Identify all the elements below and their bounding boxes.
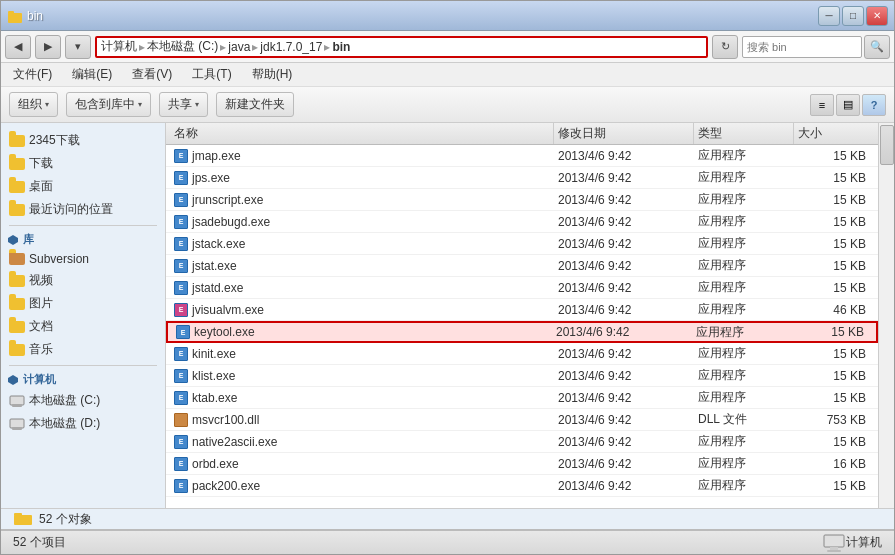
search-input[interactable] (742, 36, 862, 58)
table-row[interactable]: E kinit.exe 2013/4/6 9:42 应用程序 15 KB (166, 343, 878, 365)
title-bar-left: bin (7, 8, 43, 24)
sidebar-section-library: 库 (7, 232, 165, 247)
folder-icon (9, 253, 25, 265)
table-row[interactable]: E klist.exe 2013/4/6 9:42 应用程序 15 KB (166, 365, 878, 387)
exe-icon: E (174, 391, 188, 405)
exe-icon: E (174, 215, 188, 229)
menu-file[interactable]: 文件(F) (9, 64, 56, 85)
file-size: 15 KB (794, 391, 874, 405)
view-list-button[interactable]: ≡ (810, 94, 834, 116)
forward-button[interactable]: ▶ (35, 35, 61, 59)
table-row[interactable]: E jps.exe 2013/4/6 9:42 应用程序 15 KB (166, 167, 878, 189)
sidebar-item-desktop[interactable]: 桌面 (1, 175, 165, 198)
col-header-name[interactable]: 名称 (170, 123, 554, 144)
breadcrumb-drive[interactable]: 本地磁盘 (C:) (147, 38, 218, 55)
col-header-type[interactable]: 类型 (694, 123, 794, 144)
sidebar-item-recent[interactable]: 最近访问的位置 (1, 198, 165, 221)
file-type: 应用程序 (694, 389, 794, 406)
organize-button[interactable]: 组织 ▾ (9, 92, 58, 117)
file-type: 应用程序 (694, 301, 794, 318)
table-row[interactable]: E keytool.exe 2013/4/6 9:42 应用程序 15 KB (166, 321, 878, 343)
table-row[interactable]: E jstack.exe 2013/4/6 9:42 应用程序 15 KB (166, 233, 878, 255)
breadcrumb-computer[interactable]: 计算机 (101, 38, 137, 55)
sidebar-item-2345[interactable]: 2345下载 (1, 129, 165, 152)
refresh-button[interactable]: ↻ (712, 35, 738, 59)
breadcrumb-jdk[interactable]: jdk1.7.0_17 (260, 40, 322, 54)
menu-view[interactable]: 查看(V) (128, 64, 176, 85)
help-button[interactable]: ? (862, 94, 886, 116)
menu-tools[interactable]: 工具(T) (188, 64, 235, 85)
address-path[interactable]: 计算机 ▸ 本地磁盘 (C:) ▸ java ▸ jdk1.7.0_17 ▸ b… (95, 36, 708, 58)
computer-section-icon (7, 374, 19, 386)
back-button[interactable]: ◀ (5, 35, 31, 59)
table-row[interactable]: E orbd.exe 2013/4/6 9:42 应用程序 16 KB (166, 453, 878, 475)
sidebar-item-music[interactable]: 音乐 (1, 338, 165, 361)
table-row[interactable]: E pack200.exe 2013/4/6 9:42 应用程序 15 KB (166, 475, 878, 497)
file-date: 2013/4/6 9:42 (554, 435, 694, 449)
breadcrumb-java[interactable]: java (228, 40, 250, 54)
sidebar-item-drive-d[interactable]: 本地磁盘 (D:) (1, 412, 165, 435)
file-name: E jmap.exe (170, 149, 554, 163)
right-scrollbar[interactable] (878, 123, 894, 508)
folder-icon (9, 275, 25, 287)
minimize-button[interactable]: ─ (818, 6, 840, 26)
svg-rect-0 (8, 13, 22, 23)
file-size: 15 KB (794, 479, 874, 493)
sidebar-item-subversion[interactable]: Subversion (1, 249, 165, 269)
file-name: E pack200.exe (170, 479, 554, 493)
menu-edit[interactable]: 编辑(E) (68, 64, 116, 85)
view-buttons: ≡ ▤ ? (810, 94, 886, 116)
view-details-button[interactable]: ▤ (836, 94, 860, 116)
search-button[interactable]: 🔍 (864, 35, 890, 59)
file-type: 应用程序 (694, 235, 794, 252)
sidebar-item-video[interactable]: 视频 (1, 269, 165, 292)
file-size: 46 KB (794, 303, 874, 317)
file-size: 15 KB (794, 171, 874, 185)
sidebar-item-documents[interactable]: 文档 (1, 315, 165, 338)
file-date: 2013/4/6 9:42 (554, 149, 694, 163)
sidebar-label-2345: 2345下载 (29, 132, 80, 149)
svg-rect-7 (12, 427, 22, 430)
share-button[interactable]: 共享 ▾ (159, 92, 208, 117)
table-row[interactable]: E jmap.exe 2013/4/6 9:42 应用程序 15 KB (166, 145, 878, 167)
dropdown-button[interactable]: ▾ (65, 35, 91, 59)
table-row[interactable]: E jvisualvm.exe 2013/4/6 9:42 应用程序 46 KB (166, 299, 878, 321)
table-row[interactable]: E jstat.exe 2013/4/6 9:42 应用程序 15 KB (166, 255, 878, 277)
status-computer-label: 计算机 (846, 534, 882, 551)
title-bar: bin ─ □ ✕ (1, 1, 894, 31)
search-area: 🔍 (742, 35, 890, 59)
file-name: E jstack.exe (170, 237, 554, 251)
sidebar-item-drive-c[interactable]: 本地磁盘 (C:) (1, 389, 165, 412)
include-in-library-button[interactable]: 包含到库中 ▾ (66, 92, 151, 117)
close-button[interactable]: ✕ (866, 6, 888, 26)
file-type: 应用程序 (694, 367, 794, 384)
table-row[interactable]: E ktab.exe 2013/4/6 9:42 应用程序 15 KB (166, 387, 878, 409)
table-row[interactable]: E jsadebugd.exe 2013/4/6 9:42 应用程序 15 KB (166, 211, 878, 233)
breadcrumb-bin[interactable]: bin (332, 40, 350, 54)
organize-label: 组织 (18, 96, 42, 113)
sidebar-label-subversion: Subversion (29, 252, 89, 266)
file-date: 2013/4/6 9:42 (552, 325, 692, 339)
menu-help[interactable]: 帮助(H) (248, 64, 297, 85)
sidebar-label-music: 音乐 (29, 341, 53, 358)
col-header-date[interactable]: 修改日期 (554, 123, 694, 144)
file-date: 2013/4/6 9:42 (554, 215, 694, 229)
file-size: 15 KB (794, 369, 874, 383)
file-name: E jvisualvm.exe (170, 303, 554, 317)
table-row[interactable]: E jrunscript.exe 2013/4/6 9:42 应用程序 15 K… (166, 189, 878, 211)
file-date: 2013/4/6 9:42 (554, 281, 694, 295)
col-header-size[interactable]: 大小 (794, 123, 874, 144)
file-size: 15 KB (794, 281, 874, 295)
file-date: 2013/4/6 9:42 (554, 171, 694, 185)
sidebar-label-pictures: 图片 (29, 295, 53, 312)
table-row[interactable]: msvcr100.dll 2013/4/6 9:42 DLL 文件 753 KB (166, 409, 878, 431)
organize-arrow: ▾ (45, 100, 49, 109)
sidebar-item-downloads[interactable]: 下载 (1, 152, 165, 175)
sidebar-item-pictures[interactable]: 图片 (1, 292, 165, 315)
table-row[interactable]: E jstatd.exe 2013/4/6 9:42 应用程序 15 KB (166, 277, 878, 299)
sidebar-divider-2 (9, 365, 157, 366)
new-folder-button[interactable]: 新建文件夹 (216, 92, 294, 117)
maximize-button[interactable]: □ (842, 6, 864, 26)
table-row[interactable]: E native2ascii.exe 2013/4/6 9:42 应用程序 15… (166, 431, 878, 453)
file-name: E keytool.exe (172, 325, 552, 339)
